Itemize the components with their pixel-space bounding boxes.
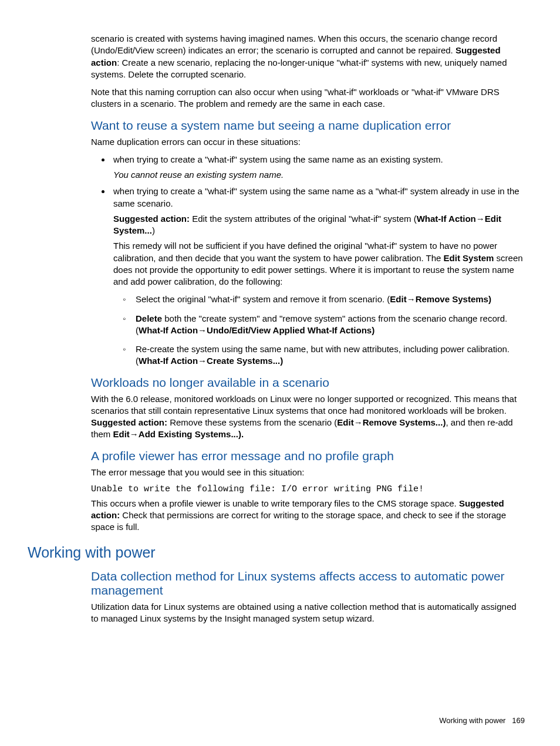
- list-item: when trying to create a "what-if" system…: [111, 154, 525, 181]
- menu-path: Edit: [337, 417, 353, 427]
- menu-path: Undo/Edit/View Applied What-If Actions): [207, 325, 375, 335]
- list-item: Re-create the system using the same name…: [133, 343, 525, 367]
- text: when trying to create a "what-if" system…: [113, 186, 519, 208]
- list-item: when trying to create a "what-if" system…: [111, 185, 525, 367]
- intro-paragraph-2: Note that this naming corruption can als…: [91, 86, 525, 110]
- text: This occurs when a profile viewer is una…: [91, 498, 459, 508]
- arrow-icon: →: [407, 294, 416, 304]
- text: This remedy will not be sufficient if yo…: [113, 241, 497, 262]
- text: when trying to create a "what-if" system…: [113, 154, 443, 164]
- suggested-action-label: Suggested action:: [91, 417, 167, 427]
- arrow-icon: →: [198, 325, 207, 335]
- error-message-code: Unable to write the following file: I/O …: [91, 484, 525, 494]
- menu-path: Add Existing Systems...).: [139, 429, 244, 439]
- menu-path: Edit: [390, 294, 406, 304]
- screen-name: Edit System: [444, 253, 494, 263]
- section-heading-data-collection: Data collection method for Linux systems…: [91, 569, 525, 598]
- situation-list: when trying to create a "what-if" system…: [91, 154, 525, 367]
- chapter-heading-power: Working with power: [28, 544, 525, 561]
- menu-path: What-If Action: [417, 214, 476, 224]
- menu-path: Edit: [113, 429, 130, 439]
- page-footer: Working with power 169: [439, 716, 525, 725]
- text: Remove these systems from the scenario (: [167, 417, 337, 427]
- arrow-icon: →: [476, 214, 485, 224]
- remedy-paragraph: This remedy will not be sufficient if yo…: [113, 240, 525, 288]
- menu-path: What-If Action: [139, 356, 198, 366]
- error-explanation: This occurs when a profile viewer is una…: [91, 498, 525, 534]
- footer-section-label: Working with power: [439, 716, 505, 725]
- note-text: You cannot reuse an existing system name…: [113, 169, 525, 181]
- list-item: Delete both the "create system" and "rem…: [133, 313, 525, 337]
- section-heading-workloads: Workloads no longer available in a scena…: [91, 376, 525, 390]
- suggested-action-block: Suggested action: Edit the system attrib…: [113, 213, 525, 237]
- text: scenario is created with systems having …: [91, 33, 497, 55]
- menu-path: Remove Systems): [416, 294, 491, 304]
- steps-list: Select the original "what-if" system and…: [113, 293, 525, 367]
- list-item: Select the original "what-if" system and…: [133, 293, 525, 305]
- action-name: Delete: [136, 313, 162, 323]
- menu-path: What-If Action: [139, 325, 198, 335]
- text: With the 6.0 release, monitored workload…: [91, 394, 517, 416]
- text: Edit the system attributes of the origin…: [190, 214, 417, 224]
- intro-paragraph-1: scenario is created with systems having …: [91, 33, 525, 80]
- text: : Create a new scenario, replacing the n…: [91, 58, 507, 79]
- arrow-icon: →: [354, 417, 363, 427]
- menu-path: Remove Systems...): [363, 417, 446, 427]
- section-heading-reuse-name: Want to reuse a system name but seeing a…: [91, 119, 525, 133]
- text: Select the original "what-if" system and…: [136, 294, 390, 304]
- arrow-icon: →: [130, 429, 139, 439]
- document-page: scenario is created with systems having …: [0, 0, 560, 746]
- menu-path: Create Systems...): [207, 356, 283, 366]
- section-heading-profile-viewer: A profile viewer has error message and n…: [91, 449, 525, 463]
- text: Check that permissions are correct for w…: [91, 510, 506, 532]
- arrow-icon: →: [198, 356, 207, 366]
- data-collection-paragraph: Utilization data for Linux systems are o…: [91, 601, 525, 625]
- page-number: 169: [512, 716, 525, 725]
- text: ): [152, 225, 155, 235]
- error-intro: The error message that you would see in …: [91, 467, 525, 478]
- workloads-paragraph: With the 6.0 release, monitored workload…: [91, 393, 525, 441]
- suggested-action-label: Suggested action:: [113, 214, 190, 224]
- section-lead: Name duplication errors can occur in the…: [91, 136, 525, 148]
